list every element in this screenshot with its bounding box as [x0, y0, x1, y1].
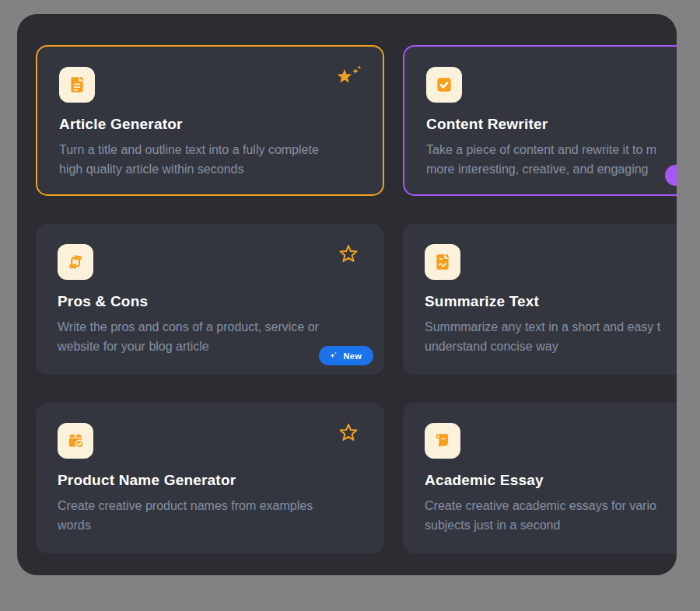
- description-line: website for your blog article: [58, 337, 362, 356]
- description-line: Take a piece of content and rewrite it t…: [426, 140, 677, 159]
- favorite-star-button[interactable]: [336, 65, 362, 90]
- scroll-icon: [425, 423, 460, 459]
- favorite-star-button[interactable]: [338, 243, 364, 267]
- template-card-summarize-text[interactable]: Summarize Text Summmarize any text in a …: [403, 224, 677, 375]
- card-title: Content Rewriter: [426, 116, 677, 133]
- card-title: Product Name Generator: [58, 472, 362, 489]
- card-title: Pros & Cons: [58, 293, 362, 310]
- template-card-article-generator[interactable]: Article Generator Turn a title and outli…: [36, 45, 384, 196]
- template-card-product-name-generator[interactable]: Product Name Generator Create creative p…: [36, 403, 384, 553]
- card-description: Write the pros and cons of a product, se…: [58, 317, 362, 356]
- new-badge: New: [319, 346, 373, 365]
- card-description: Create creative product names from examp…: [58, 496, 362, 535]
- favorite-star-button[interactable]: [338, 421, 364, 446]
- card-description: Summmarize any text in a short and easy …: [425, 317, 677, 356]
- description-line: words: [58, 515, 362, 535]
- card-description: Take a piece of content and rewrite it t…: [426, 140, 677, 179]
- checkbox-icon: [426, 67, 462, 103]
- article-document-icon: [59, 67, 95, 103]
- outline-star-icon: [338, 243, 364, 267]
- sparkle-icon: [329, 351, 338, 360]
- description-line: understand concise way: [425, 337, 677, 356]
- card-description: Create creative academic essays for vari…: [425, 496, 677, 535]
- card-title: Summarize Text: [425, 293, 677, 310]
- description-line: more interesting, creative, and engaging: [426, 159, 677, 179]
- new-badge-label: New: [343, 351, 362, 361]
- description-line: Create creative academic essays for vari…: [425, 496, 677, 515]
- description-line: high quality article within seconds: [59, 159, 361, 179]
- template-card-academic-essay[interactable]: Academic Essay Create creative academic …: [403, 403, 677, 553]
- summary-document-icon: [425, 244, 460, 280]
- card-title: Academic Essay: [425, 472, 677, 489]
- card-title: Article Generator: [59, 116, 361, 133]
- templates-panel: Article Generator Turn a title and outli…: [17, 14, 677, 575]
- description-line: Write the pros and cons of a product, se…: [58, 317, 362, 337]
- description-line: Turn a title and outline text into a ful…: [59, 140, 361, 159]
- swap-arrows-icon: [58, 244, 93, 280]
- template-card-content-rewriter[interactable]: Content Rewriter Take a piece of content…: [403, 45, 677, 196]
- filled-star-sparkle-icon: [336, 65, 362, 90]
- description-line: subjects just in a second: [425, 515, 677, 535]
- product-box-check-icon: [58, 423, 93, 459]
- description-line: Create creative product names from examp…: [58, 496, 362, 515]
- template-card-pros-and-cons[interactable]: Pros & Cons Write the pros and cons of a…: [36, 224, 384, 375]
- outline-star-icon: [338, 421, 364, 446]
- card-description: Turn a title and outline text into a ful…: [59, 140, 361, 179]
- description-line: Summmarize any text in a short and easy …: [425, 317, 677, 337]
